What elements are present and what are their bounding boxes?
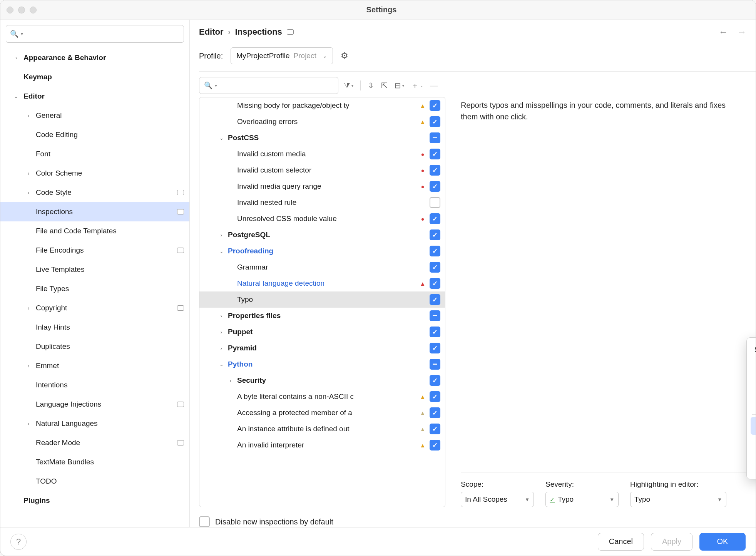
scope-option-scratches-and-consoles[interactable]: Scratches and Consoles: [751, 377, 756, 394]
search-icon: 🔍: [10, 30, 18, 38]
inspection-item-overloading-errors[interactable]: Overloading errors▲: [199, 114, 445, 130]
sidebar-item-file-encodings[interactable]: File Encodings: [0, 241, 189, 260]
edit-scopes-order[interactable]: Edit Scopes Order…: [751, 457, 756, 475]
sidebar-item-plugins[interactable]: Plugins: [0, 491, 189, 510]
inspection-item-natural-language-detection[interactable]: Natural language detection▲: [199, 275, 445, 291]
sidebar-item-font[interactable]: Font: [0, 144, 189, 164]
inspection-item-invalid-custom-media[interactable]: Invalid custom media●: [199, 146, 445, 162]
sidebar-item-file-types[interactable]: File Types: [0, 279, 189, 298]
inspection-checkbox[interactable]: [430, 213, 440, 224]
cancel-button[interactable]: Cancel: [598, 533, 644, 551]
inspections-list[interactable]: Missing body for package/object ty▲Overl…: [199, 97, 445, 507]
inspection-checkbox[interactable]: [430, 375, 440, 386]
gear-icon[interactable]: ⚙: [341, 51, 348, 61]
sidebar-item-todo[interactable]: TODO: [0, 472, 189, 491]
inspection-checkbox[interactable]: [430, 149, 440, 159]
add-icon[interactable]: ＋⌄: [411, 80, 423, 91]
sidebar-item-keymap[interactable]: Keymap: [0, 67, 189, 87]
sidebar-search[interactable]: 🔍 ▾: [6, 25, 184, 43]
inspection-checkbox[interactable]: [430, 327, 440, 337]
sidebar-item-natural-languages[interactable]: ›Natural Languages: [0, 414, 189, 433]
inspection-checkbox[interactable]: [430, 116, 440, 127]
inspection-checkbox[interactable]: [430, 310, 440, 321]
scope-option-production[interactable]: Production: [751, 435, 756, 452]
inspection-item-missing-body-for-package-object-ty[interactable]: Missing body for package/object ty▲: [199, 97, 445, 114]
inspection-category-proofreading[interactable]: ⌄Proofreading: [199, 243, 445, 259]
sidebar-item-copyright[interactable]: ›Copyright: [0, 298, 189, 318]
inspection-category-pyramid[interactable]: ›Pyramid: [199, 340, 445, 356]
settings-tree[interactable]: ›Appearance & BehaviorKeymap⌄Editor›Gene…: [0, 47, 189, 527]
inspection-item-unresolved-css-module-value[interactable]: Unresolved CSS module value●: [199, 211, 445, 227]
inspection-item-accessing-a-protected-member-of-a[interactable]: Accessing a protected member of a▲: [199, 405, 445, 421]
sidebar-item-color-scheme[interactable]: ›Color Scheme: [0, 164, 189, 183]
zoom-icon[interactable]: [30, 7, 37, 13]
inspection-checkbox[interactable]: [430, 391, 440, 402]
severity-combo[interactable]: ✓ Typo ▼: [545, 492, 619, 507]
inspection-checkbox[interactable]: [430, 197, 440, 208]
scope-option-open-files[interactable]: Open Files: [751, 394, 756, 412]
sidebar-item-language-injections[interactable]: Language Injections: [0, 395, 189, 414]
inspection-category-postgresql[interactable]: ›PostgreSQL: [199, 227, 445, 243]
inspection-checkbox[interactable]: [430, 440, 440, 450]
inspection-search[interactable]: 🔍 ▾: [199, 77, 338, 94]
sidebar-item-inlay-hints[interactable]: Inlay Hints: [0, 318, 189, 337]
inspection-checkbox[interactable]: [430, 181, 440, 192]
inspection-item-an-instance-attribute-is-defined-out[interactable]: An instance attribute is defined out▲: [199, 421, 445, 437]
inspection-category-properties-files[interactable]: ›Properties files: [199, 308, 445, 324]
inspection-checkbox[interactable]: [430, 359, 440, 370]
inspection-checkbox[interactable]: [430, 343, 440, 353]
sidebar-item-reader-mode[interactable]: Reader Mode: [0, 433, 189, 452]
disable-new-checkbox[interactable]: [199, 516, 210, 527]
sidebar-item-duplicates[interactable]: Duplicates: [0, 337, 189, 356]
ok-button[interactable]: OK: [699, 533, 746, 551]
sidebar-item-intentions[interactable]: Intentions: [0, 375, 189, 395]
sidebar-item-inspections[interactable]: Inspections: [0, 202, 189, 221]
inspection-checkbox[interactable]: [430, 100, 440, 111]
inspection-category-puppet[interactable]: ›Puppet: [199, 324, 445, 340]
inspection-item-typo[interactable]: Typo: [199, 291, 445, 308]
inspection-category-python[interactable]: ⌄Python: [199, 356, 445, 372]
sidebar-item-general[interactable]: ›General: [0, 106, 189, 125]
inspection-item-invalid-media-query-range[interactable]: Invalid media query range●: [199, 178, 445, 194]
collapse-all-icon[interactable]: ⇱: [381, 81, 388, 90]
inspection-checkbox[interactable]: [430, 165, 440, 176]
breadcrumb-editor[interactable]: Editor: [199, 27, 224, 37]
sidebar-item-code-editing[interactable]: Code Editing: [0, 125, 189, 144]
help-icon[interactable]: ?: [10, 534, 27, 550]
sidebar-item-appearance-behavior[interactable]: ›Appearance & Behavior: [0, 48, 189, 67]
inspection-item-an-invalid-interpreter[interactable]: An invalid interpreter▲: [199, 437, 445, 453]
inspection-checkbox[interactable]: [430, 262, 440, 273]
filter-icon[interactable]: ⧩▾: [344, 81, 353, 90]
highlight-combo[interactable]: Typo ▼: [630, 492, 726, 507]
inspection-item-grammar[interactable]: Grammar: [199, 259, 445, 275]
sidebar-item-code-style[interactable]: ›Code Style: [0, 183, 189, 202]
inspection-item-a-byte-literal-contains-a-non-ascii-c[interactable]: A byte literal contains a non-ASCII c▲: [199, 389, 445, 405]
sidebar-item-emmet[interactable]: ›Emmet: [0, 356, 189, 375]
minimize-icon[interactable]: [18, 7, 25, 13]
sidebar-item-file-and-code-templates[interactable]: File and Code Templates: [0, 221, 189, 241]
profile-suffix: Project: [294, 52, 316, 60]
inspection-checkbox[interactable]: [430, 246, 440, 256]
inspection-checkbox[interactable]: [430, 407, 440, 418]
scope-combo[interactable]: In All Scopes ▼: [461, 492, 534, 507]
scope-option-test[interactable]: Test: [751, 417, 756, 435]
inspection-checkbox[interactable]: [430, 278, 440, 289]
inspection-checkbox[interactable]: [430, 294, 440, 305]
expand-all-icon[interactable]: ⇳: [368, 81, 374, 90]
nav-back-icon[interactable]: ←: [719, 27, 728, 37]
sidebar-item-textmate-bundles[interactable]: TextMate Bundles: [0, 452, 189, 472]
inspection-checkbox[interactable]: [430, 132, 440, 143]
sidebar-item-editor[interactable]: ⌄Editor: [0, 87, 189, 106]
sidebar-item-live-templates[interactable]: Live Templates: [0, 260, 189, 279]
inspection-item-invalid-nested-rule[interactable]: Invalid nested rule: [199, 194, 445, 211]
inspection-item-invalid-custom-selector[interactable]: Invalid custom selector●: [199, 162, 445, 178]
inspection-category-postcss[interactable]: ⌄PostCSS: [199, 130, 445, 146]
inspection-checkbox[interactable]: [430, 229, 440, 240]
inspection-category-security[interactable]: ›Security: [199, 372, 445, 389]
scope-option-project-files[interactable]: Project Files: [751, 359, 756, 377]
close-icon[interactable]: [7, 7, 13, 13]
inspection-label: A byte literal contains a non-ASCII c: [237, 392, 416, 401]
inspection-checkbox[interactable]: [430, 424, 440, 434]
profile-combo[interactable]: MyProjectProfile Project ⌄: [231, 47, 333, 64]
disable-icon[interactable]: ⊟▾: [395, 81, 404, 90]
